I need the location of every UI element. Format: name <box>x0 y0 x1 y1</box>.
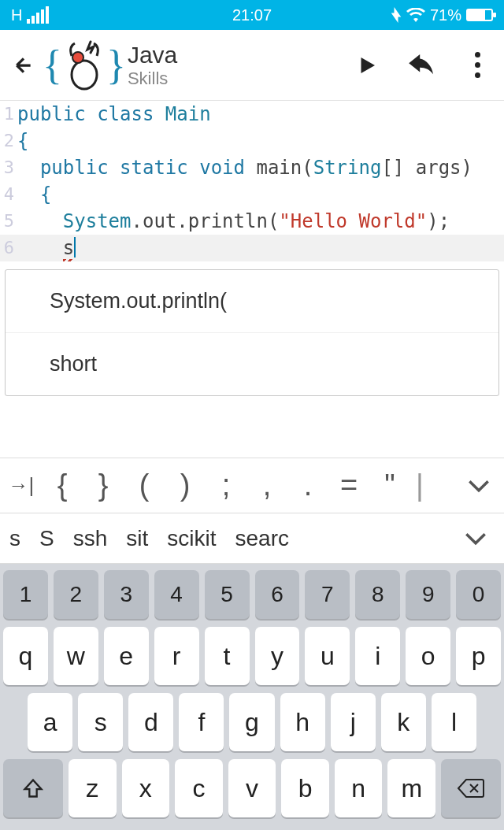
symbol-key[interactable]: ) <box>170 469 200 502</box>
backspace-key[interactable] <box>441 759 501 817</box>
line-number: 4 <box>0 181 17 208</box>
key-a[interactable]: a <box>28 693 72 751</box>
key-y[interactable]: y <box>255 627 300 685</box>
network-type: H <box>11 6 22 24</box>
key-i[interactable]: i <box>355 627 400 685</box>
key-o[interactable]: o <box>406 627 450 685</box>
keyboard-container: →|{}();,.="| sSsshsitscikitsearc 1234567… <box>0 458 504 830</box>
java-mascot-icon <box>64 39 105 92</box>
key-v[interactable]: v <box>228 759 276 817</box>
symbol-key[interactable]: = <box>334 469 364 502</box>
key-c[interactable]: c <box>175 759 223 817</box>
app-bar: { } Java Skills <box>0 30 504 101</box>
key-d[interactable]: d <box>128 693 173 751</box>
battery-percent: 71% <box>430 6 461 24</box>
key-q[interactable]: q <box>3 627 48 685</box>
symbol-key[interactable]: ( <box>129 469 159 502</box>
key-5[interactable]: 5 <box>205 570 250 619</box>
key-6[interactable]: 6 <box>255 570 300 619</box>
key-b[interactable]: b <box>281 759 329 817</box>
key-z[interactable]: z <box>69 759 117 817</box>
key-g[interactable]: g <box>229 693 274 751</box>
app-subtitle: Skills <box>128 69 177 89</box>
suggestion-item[interactable]: System.out.println( <box>6 270 498 333</box>
key-p[interactable]: p <box>456 627 501 685</box>
key-8[interactable]: 8 <box>355 570 400 619</box>
run-button[interactable] <box>351 50 383 81</box>
key-k[interactable]: k <box>381 693 426 751</box>
key-m[interactable]: m <box>387 759 435 817</box>
symbol-key[interactable]: } <box>88 469 118 502</box>
back-button[interactable] <box>8 50 39 81</box>
symbol-toolbar: →|{}();,.="| <box>0 458 504 513</box>
soft-keyboard: 1234567890 qwertyuiop asdfghjkl zxcvbnm <box>0 564 504 830</box>
symbol-key[interactable]: , <box>252 469 282 502</box>
prediction-item[interactable]: s <box>9 526 20 551</box>
key-u[interactable]: u <box>305 627 350 685</box>
collapse-predictions-button[interactable] <box>457 532 495 546</box>
symbol-key[interactable]: ; <box>211 469 241 502</box>
key-r[interactable]: r <box>154 627 199 685</box>
symbol-key[interactable]: " <box>375 469 405 502</box>
prediction-item[interactable]: scikit <box>167 526 216 551</box>
line-number: 5 <box>0 208 17 235</box>
key-9[interactable]: 9 <box>406 570 450 619</box>
line-number: 2 <box>0 128 17 154</box>
more-button[interactable] <box>461 50 493 81</box>
code-line[interactable]: 6 s <box>0 235 504 261</box>
tab-key[interactable]: →| <box>6 473 36 498</box>
prediction-item[interactable]: sit <box>126 526 148 551</box>
key-e[interactable]: e <box>104 627 149 685</box>
code-line[interactable]: 4 { <box>0 181 504 208</box>
autocomplete-popup: System.out.println(short <box>5 269 499 396</box>
shift-icon <box>22 777 44 799</box>
svg-point-1 <box>72 52 83 63</box>
wifi-icon <box>406 8 425 22</box>
line-number: 6 <box>0 235 17 261</box>
key-0[interactable]: 0 <box>456 570 501 619</box>
key-3[interactable]: 3 <box>104 570 149 619</box>
undo-button[interactable] <box>406 50 438 81</box>
prediction-item[interactable]: ssh <box>73 526 108 551</box>
key-w[interactable]: w <box>54 627 98 685</box>
line-number: 1 <box>0 101 17 128</box>
symbol-key[interactable]: . <box>293 469 323 502</box>
key-4[interactable]: 4 <box>154 570 199 619</box>
key-s[interactable]: s <box>78 693 123 751</box>
shift-key[interactable] <box>3 759 63 817</box>
key-t[interactable]: t <box>205 627 250 685</box>
charging-icon <box>391 7 402 23</box>
battery-icon <box>466 9 493 21</box>
prediction-item[interactable]: S <box>39 526 54 551</box>
key-x[interactable]: x <box>122 759 170 817</box>
key-n[interactable]: n <box>335 759 383 817</box>
key-l[interactable]: l <box>432 693 476 751</box>
separator: | <box>416 469 424 502</box>
code-editor[interactable]: 1public class Main2{3 public static void… <box>0 101 504 261</box>
app-logo: { } <box>43 39 126 92</box>
more-icon <box>475 52 480 78</box>
key-h[interactable]: h <box>280 693 325 751</box>
line-number: 3 <box>0 154 17 181</box>
app-title: Java <box>128 42 177 69</box>
key-j[interactable]: j <box>331 693 376 751</box>
code-line[interactable]: 1public class Main <box>0 101 504 128</box>
key-f[interactable]: f <box>179 693 224 751</box>
code-line[interactable]: 5 System.out.println("Hello World"); <box>0 208 504 235</box>
key-7[interactable]: 7 <box>305 570 350 619</box>
status-time: 21:07 <box>232 6 272 24</box>
code-line[interactable]: 2{ <box>0 128 504 154</box>
backspace-icon <box>457 778 485 799</box>
code-line[interactable]: 3 public static void main(String[] args) <box>0 154 504 181</box>
prediction-row: sSsshsitscikitsearc <box>0 513 504 564</box>
prediction-item[interactable]: searc <box>235 526 289 551</box>
key-2[interactable]: 2 <box>54 570 98 619</box>
status-bar: H 21:07 71% <box>0 0 504 30</box>
svg-point-0 <box>72 61 97 89</box>
suggestion-item[interactable]: short <box>6 333 498 395</box>
collapse-symbols-button[interactable] <box>460 479 498 493</box>
key-1[interactable]: 1 <box>3 570 48 619</box>
signal-icon <box>27 6 49 24</box>
symbol-key[interactable]: { <box>47 469 77 502</box>
